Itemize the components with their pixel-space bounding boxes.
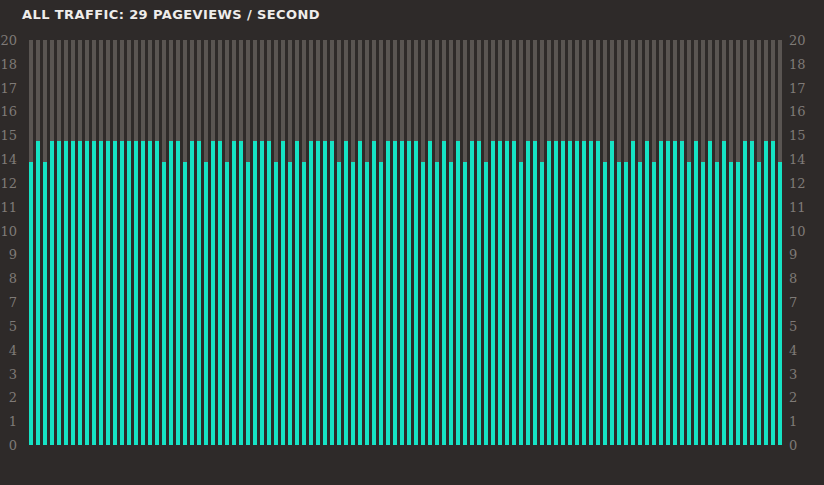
bar-value-segment	[57, 141, 61, 445]
bar-backdrop-segment	[694, 40, 698, 141]
bar-value-segment	[715, 162, 719, 446]
bar-backdrop-segment	[617, 40, 621, 162]
plot-area	[29, 40, 782, 445]
bar-value-segment	[505, 141, 509, 445]
y-tick-label: 0	[0, 438, 17, 454]
traffic-bar	[701, 40, 705, 445]
bar-backdrop-segment	[43, 40, 47, 162]
bar-value-segment	[449, 162, 453, 446]
bar-backdrop-segment	[239, 40, 243, 141]
bar-backdrop-segment	[470, 40, 474, 141]
bar-backdrop-segment	[106, 40, 110, 141]
traffic-bar	[134, 40, 138, 445]
bar-value-segment	[526, 141, 530, 445]
traffic-bar	[365, 40, 369, 445]
bar-value-segment	[554, 141, 558, 445]
y-tick-label: 1	[0, 414, 17, 430]
traffic-bar	[267, 40, 271, 445]
bar-backdrop-segment	[393, 40, 397, 141]
traffic-bar	[519, 40, 523, 445]
traffic-bar	[568, 40, 572, 445]
y-tick-label: 1	[789, 414, 819, 430]
y-tick-label: 10	[0, 224, 17, 240]
bar-backdrop-segment	[197, 40, 201, 141]
bar-backdrop-segment	[162, 40, 166, 162]
bar-value-segment	[673, 141, 677, 445]
bar-backdrop-segment	[155, 40, 159, 141]
traffic-bar	[715, 40, 719, 445]
bar-backdrop-segment	[596, 40, 600, 141]
bar-backdrop-segment	[274, 40, 278, 162]
y-tick-label: 5	[0, 319, 17, 335]
bar-backdrop-segment	[491, 40, 495, 141]
bar-value-segment	[589, 141, 593, 445]
traffic-bar	[561, 40, 565, 445]
bar-backdrop-segment	[631, 40, 635, 141]
traffic-bar	[757, 40, 761, 445]
y-tick-label: 8	[789, 271, 819, 287]
bar-value-segment	[316, 141, 320, 445]
bar-value-segment	[225, 162, 229, 446]
bar-value-segment	[687, 162, 691, 446]
traffic-bar	[330, 40, 334, 445]
bar-backdrop-segment	[722, 40, 726, 141]
traffic-bar	[155, 40, 159, 445]
bar-value-segment	[575, 141, 579, 445]
bar-value-segment	[260, 141, 264, 445]
traffic-bar	[498, 40, 502, 445]
bar-value-segment	[239, 141, 243, 445]
bar-backdrop-segment	[99, 40, 103, 141]
bar-value-segment	[456, 141, 460, 445]
y-tick-label: 20	[789, 33, 819, 49]
bar-backdrop-segment	[568, 40, 572, 141]
bar-value-segment	[71, 141, 75, 445]
bar-backdrop-segment	[610, 40, 614, 141]
bar-backdrop-segment	[729, 40, 733, 162]
traffic-bar	[323, 40, 327, 445]
y-tick-label: 16	[789, 104, 819, 120]
traffic-bar	[645, 40, 649, 445]
bar-value-segment	[218, 141, 222, 445]
y-tick-label: 3	[789, 367, 819, 383]
bar-backdrop-segment	[512, 40, 516, 141]
bar-backdrop-segment	[666, 40, 670, 141]
traffic-bar	[547, 40, 551, 445]
bar-value-segment	[197, 141, 201, 445]
bar-backdrop-segment	[505, 40, 509, 141]
traffic-dashboard: ALL TRAFFIC: 29 PAGEVIEWS / SECOND 20181…	[0, 0, 824, 485]
bar-value-segment	[624, 162, 628, 446]
traffic-bar	[631, 40, 635, 445]
bar-backdrop-segment	[673, 40, 677, 141]
traffic-bar	[386, 40, 390, 445]
bar-value-segment	[113, 141, 117, 445]
bar-backdrop-segment	[344, 40, 348, 141]
y-tick-label: 11	[789, 200, 819, 216]
bar-backdrop-segment	[71, 40, 75, 141]
bar-value-segment	[729, 162, 733, 446]
traffic-bar	[113, 40, 117, 445]
traffic-bar	[456, 40, 460, 445]
y-tick-label: 18	[0, 57, 17, 73]
traffic-bar	[43, 40, 47, 445]
bar-backdrop-segment	[183, 40, 187, 162]
bar-backdrop-segment	[736, 40, 740, 162]
bar-value-segment	[29, 162, 33, 446]
bar-value-segment	[141, 141, 145, 445]
y-tick-label: 20	[0, 33, 17, 49]
bar-value-segment	[120, 141, 124, 445]
traffic-bar	[239, 40, 243, 445]
traffic-bar	[211, 40, 215, 445]
traffic-bar	[295, 40, 299, 445]
bar-value-segment	[477, 141, 481, 445]
traffic-bar	[491, 40, 495, 445]
bar-value-segment	[561, 141, 565, 445]
traffic-bar	[190, 40, 194, 445]
bar-value-segment	[631, 141, 635, 445]
bar-value-segment	[183, 162, 187, 446]
traffic-bar	[743, 40, 747, 445]
bar-backdrop-segment	[519, 40, 523, 162]
bar-backdrop-segment	[435, 40, 439, 162]
bar-backdrop-segment	[232, 40, 236, 141]
bar-value-segment	[540, 162, 544, 446]
bar-backdrop-segment	[386, 40, 390, 141]
